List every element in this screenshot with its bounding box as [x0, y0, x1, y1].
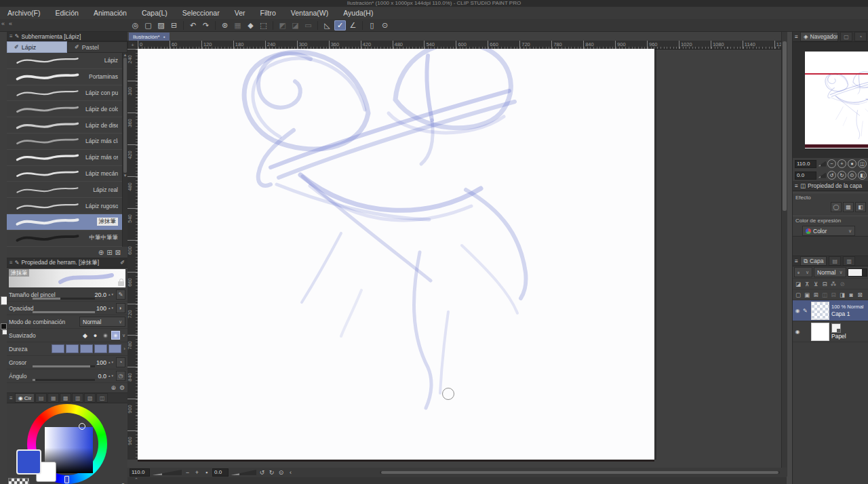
smoothing-option-diamond[interactable]: ◆	[81, 331, 90, 340]
stepper-arrows-icon[interactable]: ▲▼	[108, 294, 114, 296]
brush-size-source-icon[interactable]: ✎	[116, 289, 125, 300]
smoothing-option-softest[interactable]: ●	[111, 331, 120, 340]
close-tab-icon[interactable]: ●	[163, 35, 165, 39]
snap-to-special-ruler-icon[interactable]: ✓	[334, 20, 346, 31]
brush-detail-icon[interactable]: ✐	[120, 260, 125, 266]
hardness-level-2[interactable]	[66, 344, 79, 353]
navigator-tab[interactable]: ◈ Navegador	[800, 32, 838, 41]
register-initial-settings-icon[interactable]: ⊕	[111, 384, 116, 391]
delete-subtool-icon[interactable]: ⊠	[115, 249, 121, 256]
delete-layer-icon[interactable]: ⊠	[856, 291, 864, 299]
foreground-color-swatch[interactable]	[16, 449, 41, 475]
menu-item[interactable]: Animación	[86, 7, 134, 19]
navigator-rotation-value[interactable]: 0.0	[795, 172, 816, 180]
scroll-up-icon[interactable]: ▲	[123, 53, 127, 57]
angle-slider[interactable]	[33, 379, 95, 381]
opacity-source-icon[interactable]: ◗	[116, 303, 125, 313]
canvas-horizontal-scrollbar[interactable]	[380, 471, 780, 474]
menu-item[interactable]: Filtro	[252, 7, 283, 19]
deselect-icon[interactable]: ⊛	[219, 20, 231, 31]
apply-mask-icon[interactable]: ◙	[847, 291, 855, 299]
reset-rotation-icon[interactable]: ⊙	[277, 469, 285, 477]
menu-item[interactable]: Capa(L)	[134, 7, 175, 19]
clip-studio-icon[interactable]: ◎	[130, 20, 141, 31]
history-tab-icon[interactable]: ◔	[854, 32, 867, 41]
new-file-icon[interactable]: ▢	[142, 20, 154, 31]
snap-to-grid-icon[interactable]: ∠	[347, 20, 359, 31]
panel-menu-icon[interactable]: ≡	[9, 33, 13, 39]
transfer-layer-icon[interactable]: ◫	[821, 291, 829, 299]
rotation-value[interactable]: 0.0	[212, 468, 229, 477]
sv-cursor[interactable]	[79, 423, 85, 430]
layers-tab[interactable]: ⧉ Capa	[800, 256, 827, 266]
thickness-slider[interactable]	[33, 365, 95, 367]
canvas-vertical-scrollbar[interactable]	[781, 32, 787, 477]
layer-blend-mode-dropdown[interactable]: Normal ∨	[814, 267, 846, 277]
hardness-level-4[interactable]	[94, 344, 107, 353]
new-folder-icon[interactable]: ⊞	[812, 291, 820, 299]
reset-rotation-icon[interactable]: ⊙	[848, 171, 856, 180]
scrollbar-thumb[interactable]	[381, 471, 778, 474]
opacity-stepper[interactable]: 100 ▲▼	[96, 305, 114, 312]
collapse-panel-icon[interactable]: ««	[1, 20, 16, 27]
duplicate-subtool-icon[interactable]: ⊞	[106, 249, 112, 256]
expand-icon[interactable]: ⌃	[134, 477, 138, 482]
panel-menu-icon[interactable]: ≡	[795, 258, 798, 264]
stepper-arrows-icon[interactable]: ▲▼	[108, 361, 114, 364]
blend-mode-dropdown[interactable]: Normal ∨	[79, 317, 125, 327]
color-history-tab-icon[interactable]: ▧	[84, 393, 96, 403]
brush-item[interactable]: Lápiz de color	[7, 101, 127, 117]
layer-color-effect-icon[interactable]: ◧	[855, 202, 866, 212]
zoom-in-icon[interactable]: +	[193, 469, 201, 477]
zoom-slider[interactable]	[152, 470, 182, 475]
scrollbar-thumb[interactable]	[123, 58, 127, 173]
open-file-icon[interactable]: ▨	[155, 20, 167, 31]
layer-row-papel[interactable]: ◉ Papel	[793, 321, 868, 342]
expression-color-dropdown[interactable]: Color ∨	[802, 226, 855, 236]
stepper-arrows-icon[interactable]: ▲▼	[108, 375, 114, 378]
rotate-right-icon[interactable]: ↻	[837, 171, 846, 180]
lock-transparency-icon[interactable]: ⊻	[812, 280, 820, 288]
fit-to-window-icon[interactable]: ▪	[203, 469, 210, 477]
color-mixing-tab-icon[interactable]: ◫	[96, 393, 108, 403]
menu-item[interactable]: Ventana(W)	[283, 7, 336, 19]
smoothing-option-circle[interactable]: ●	[91, 331, 100, 340]
hue-cursor[interactable]	[64, 476, 69, 483]
reference-layer-icon[interactable]: ⊘	[838, 280, 846, 288]
color-set-tab-icon[interactable]: ▦	[47, 393, 59, 403]
brush-item[interactable]: 中筆中筆筆	[7, 230, 127, 247]
panel-menu-icon[interactable]: ≡	[8, 395, 14, 401]
open-clip-studio-icon[interactable]: ▯	[366, 20, 378, 31]
zoom-out-icon[interactable]: −	[184, 469, 191, 477]
panel-menu-icon[interactable]: ≡	[795, 182, 798, 189]
menu-item[interactable]: Seleccionar	[175, 7, 227, 19]
scrollbar-thumb[interactable]	[783, 41, 787, 211]
transparent-color-swatch[interactable]	[8, 478, 29, 484]
layer-opacity-slider[interactable]	[848, 268, 867, 277]
mesh-transform-icon[interactable]: ◪	[290, 20, 301, 31]
smoothing-option-soft[interactable]: ●	[101, 331, 110, 340]
brush-item[interactable]: Lápiz rugoso	[7, 198, 127, 214]
enable-mask-icon[interactable]: ⊟	[821, 280, 829, 288]
hardness-level-3[interactable]	[80, 344, 93, 353]
brush-item[interactable]: Lápiz	[7, 53, 127, 69]
menu-item[interactable]: Ver	[227, 7, 253, 19]
brush-item[interactable]: Lápiz real	[7, 182, 127, 198]
panel-menu-icon[interactable]: ≡	[795, 33, 798, 40]
panel-menu-icon[interactable]: ≡	[9, 260, 13, 266]
brush-item[interactable]: 涂抹筆	[7, 214, 127, 230]
color-wheel-tab[interactable]: ◉ Cír	[15, 393, 35, 403]
clip-to-below-icon[interactable]: ◪	[794, 280, 802, 288]
fit-to-screen-icon[interactable]: ◫	[858, 159, 867, 168]
snap-to-ruler-icon[interactable]: ◺	[321, 20, 333, 31]
flip-horizontal-icon[interactable]: ◧	[858, 171, 867, 180]
hardness-level-1[interactable]	[52, 344, 64, 353]
lock-layer-icon[interactable]: ⊼	[803, 280, 811, 288]
brush-item[interactable]: Portaminas	[7, 69, 127, 85]
navigator-thumbnail[interactable]	[805, 52, 868, 148]
rotate-left-icon[interactable]: ↺	[827, 171, 836, 180]
palette-color-dropdown[interactable]: ▫ ∨	[794, 267, 812, 277]
fill-icon[interactable]: ◆	[245, 20, 256, 31]
thickness-source-icon[interactable]: ◔	[116, 357, 125, 367]
animation-tab-icon[interactable]: ▥	[843, 256, 855, 266]
